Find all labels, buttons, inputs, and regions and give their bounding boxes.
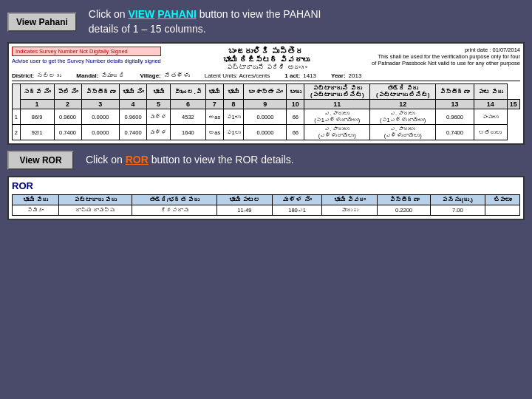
ror-instruction-part1: Click on <box>86 154 126 166</box>
pahani-cell-1-8: అas <box>205 109 223 125</box>
th-col2: పొలి నెం <box>54 84 81 100</box>
th-col3: విస్తీర్ణం <box>81 84 120 100</box>
pahani-cell-1-10: 0.0000 <box>244 109 287 125</box>
ror-th-2: పట్టాదారు పేరు <box>58 195 132 205</box>
pahani-cell-2-6: మళ్ళ <box>147 125 171 140</box>
pahani-cell-1-1: 1 <box>13 109 21 125</box>
th-num-10: 10 <box>287 100 304 109</box>
pahani-cell-2-7: 1640 <box>171 125 206 140</box>
th-num-4: 4 <box>120 100 147 109</box>
meta-village-label: Village: <box>140 72 160 79</box>
view-ror-button[interactable]: View ROR <box>7 151 74 170</box>
meta-1act-label: 1 act: <box>284 72 300 79</box>
pahani-row-1: 186/90.96000.00000.9600మళ్ళ4532అasఫ1లు0.… <box>13 109 520 125</box>
meta-1act: 1 act: 1413 <box>284 72 316 79</box>
print-date: print date : 01/07/2014 <box>372 47 520 53</box>
middle-section: View ROR Click on ROR button to view the… <box>7 151 525 170</box>
th-num-6: 6 <box>171 100 206 109</box>
ror-instruction-part2: button to view the ROR details. <box>149 154 294 166</box>
ror-th-9: బిపాలుం <box>485 195 519 205</box>
ror-cell-1-4: 11-49 <box>216 205 272 216</box>
pahani-cell-1-2: 86/9 <box>20 109 54 125</box>
pahani-cell-1-14: 0.9600 <box>436 109 474 125</box>
instruction-view-highlight: VIEW <box>129 8 155 20</box>
pahani-title-center: బంజరుళికి పుస్తెర భూమి రిజిస్టర్ వివరాలు… <box>161 47 372 71</box>
pahani-table: సర్వే నెం పొలి నెం విస్తీర్ణం భూమి నెం భ… <box>12 83 520 140</box>
ror-th-4: భూమి పంటల <box>216 195 272 205</box>
pahani-cell-2-9: ఫ1లు <box>223 125 244 140</box>
meta-year-value: 2013 <box>349 72 362 79</box>
th-num-2: 2 <box>54 100 81 109</box>
view-pahani-button[interactable]: View Pahani <box>7 13 77 32</box>
pahani-cell-2-14: 0.7400 <box>436 125 474 140</box>
ror-header-row: భూమి పేరు పట్టాదారు పేరు తండ్రి/భర్త పేర… <box>13 195 520 205</box>
meta-district: District: నల్లగు <box>12 72 61 79</box>
pahani-cell-2-5: 0.7400 <box>120 125 147 140</box>
th-col9: బం శాస్తా నం <box>244 84 287 100</box>
ror-instruction: Click on ROR button to view the ROR deta… <box>86 153 294 168</box>
ror-cell-1-3: కేశవరావు <box>132 205 217 216</box>
th-col4: భూమి నెం <box>120 84 147 100</box>
th-num-5: 5 <box>147 100 171 109</box>
th-num-7: 7 <box>205 100 223 109</box>
pahani-col-num-row: 1 2 3 4 5 6 7 8 9 10 11 12 13 14 15 <box>13 100 520 109</box>
th-col8: భూమి <box>223 84 244 100</box>
pahani-cell-1-9: ఫ1లు <box>223 109 244 125</box>
th-num-12: 12 <box>370 100 436 109</box>
ror-th-3: తండ్రి/భర్త పేరు <box>132 195 217 205</box>
pahani-cell-1-6: మళ్ళ <box>147 109 171 125</box>
ror-cell-1-5: 180ఎ1 <box>272 205 321 216</box>
pahani-cell-2-13: ఎ. వారులు (ఎళ్ళురాయిలు) <box>370 125 436 140</box>
th-num-3: 3 <box>81 100 120 109</box>
pahani-cell-2-11: 66 <box>287 125 304 140</box>
ror-cell-1-2: రాచ్య రామప్పు <box>58 205 132 216</box>
instruction-part1: Click on <box>89 8 129 20</box>
instruction-part2: button to view the PAHANI <box>197 8 321 20</box>
ror-label: ROR <box>12 180 520 191</box>
ror-th-7: విస్తీర్ణం <box>378 195 431 205</box>
pahani-cell-2-12: ఎ. వారులు (ఎళ్ళురాయిలు) <box>304 125 370 140</box>
meta-mandal-label: Mandal: <box>76 72 98 79</box>
pahani-cell-2-10: 0.0000 <box>244 125 287 140</box>
th-num-14: 14 <box>474 100 507 109</box>
ror-cell-1-1: సేమికం <box>13 205 59 216</box>
pahani-cell-2-3: 0.7400 <box>54 125 81 140</box>
th-num-11: 11 <box>304 100 370 109</box>
pahani-table-container: Indicates Survey Number Not Digitally Si… <box>7 42 525 145</box>
th-col12: తండ్రి పేరు(పట్టాదారు లినిట్) <box>370 84 436 100</box>
th-col1: సర్వే నెం <box>20 84 54 100</box>
meta-1act-value: 1413 <box>303 72 316 79</box>
pahani-cell-2-8: అas <box>205 125 223 140</box>
th-num-8: 8 <box>223 100 244 109</box>
pahani-row-2: 292/10.74000.00000.7400మళ్ళ1640అasఫ1లు0.… <box>13 125 520 140</box>
notice-right2: of Patnadar Passbook Not valid to use fo… <box>372 60 520 66</box>
pahani-meta: District: నల్లగు Mandal: సేమందరి Village… <box>12 72 520 81</box>
meta-year: Year: 2013 <box>331 72 361 79</box>
pahani-cell-1-4: 0.0000 <box>81 109 120 125</box>
meta-year-label: Year: <box>331 72 346 79</box>
instruction-pahani-highlight: PAHANI <box>157 8 197 20</box>
th-sno <box>13 84 21 109</box>
pahani-cell-1-3: 0.9600 <box>54 109 81 125</box>
pahani-title2: భూమి రిజిస్టర్ వివరాలు <box>161 55 372 64</box>
pahani-cell-2-2: 92/1 <box>20 125 54 140</box>
pahani-cell-1-15: పంపులు <box>474 109 507 125</box>
pahani-notice-blue: Advise user to get the Survey Number det… <box>12 58 161 64</box>
th-num-1: 1 <box>20 100 54 109</box>
pahani-cell-2-4: 0.0000 <box>81 125 120 140</box>
pahani-notice-red: Indicates Survey Number Not Digitally Si… <box>12 47 161 56</box>
meta-district-value: నల్లగు <box>37 72 61 79</box>
ror-th-6: భూమి వివరం <box>322 195 378 205</box>
th-col13: విస్తీర్ణం <box>436 84 474 100</box>
ror-th-8: పన్ను(రు.) <box>430 195 485 205</box>
ror-th-1: భూమి పేరు <box>13 195 59 205</box>
th-num-15: 15 <box>507 100 519 109</box>
notice-right1: This shall be used for the verification … <box>372 53 520 60</box>
pahani-cell-2-1: 2 <box>13 125 21 140</box>
th-col14: పంట పేరు <box>474 84 507 100</box>
pahani-cell-1-12: ఎ. వారులు (ప1ఎళ్ళురాయిలు) <box>304 109 370 125</box>
ror-section: ROR భూమి పేరు పట్టాదారు పేరు తండ్రి/భర్త… <box>7 176 525 220</box>
pahani-cell-1-13: ఎ. వారులు (ప1ఎళ్ళురాయిలు) <box>370 109 436 125</box>
ror-cell-1-8: 7.00 <box>430 205 485 216</box>
pahani-title1: బంజరుళికి పుస్తెర <box>161 47 372 55</box>
